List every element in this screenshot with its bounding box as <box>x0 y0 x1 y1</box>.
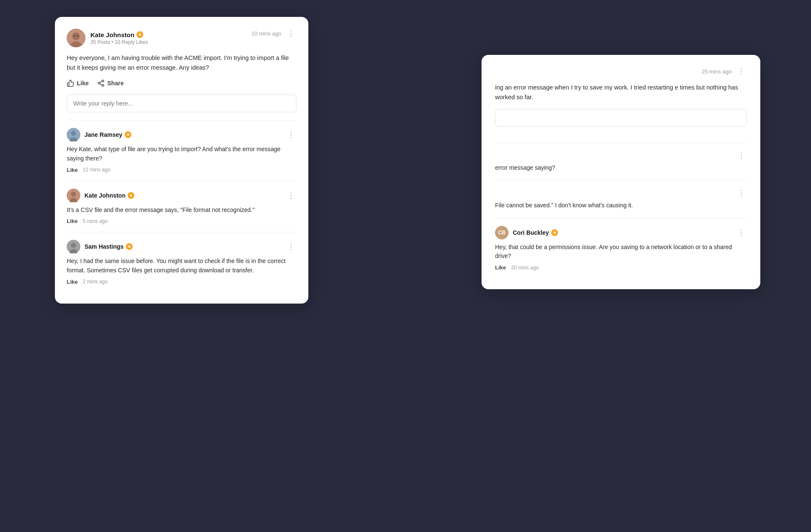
cori-user: CB Cori Buckley ★ <box>495 226 558 239</box>
kate2-name: Kate Johnston ★ <box>84 192 134 199</box>
kate-badge: ★ <box>136 31 143 38</box>
main-post-timestamp: 10 mins ago <box>251 30 281 37</box>
back-reply-1-menu-icon[interactable]: ⋮ <box>736 151 747 160</box>
cori-reply-menu-icon[interactable]: ⋮ <box>736 228 747 237</box>
sam-badge: ★ <box>126 243 133 250</box>
svg-point-4 <box>77 35 79 37</box>
main-post-content: Hey everyone, I am having trouble with t… <box>67 53 297 73</box>
reply-item-sam: Sam Hastings ★ ⋮ Hey, I had the same iss… <box>67 240 297 285</box>
kate2-reply-header: Kate Johnston ★ ⋮ <box>67 189 297 202</box>
divider-2 <box>67 181 297 181</box>
back-post-meta: 25 mins ago ⋮ <box>495 67 747 76</box>
back-reply-item-1: ⋮ error message saying? <box>495 151 747 173</box>
cori-reply-content: Hey, that could be a permissions issue. … <box>495 243 747 261</box>
kate2-user: Kate Johnston ★ <box>67 189 134 202</box>
back-card: 25 mins ago ⋮ ing an error message when … <box>482 55 760 289</box>
cori-timestamp: 20 mins ago <box>511 265 539 271</box>
reply-item-jane: Jane Ramsey ★ ⋮ Hey Kate, what type of f… <box>67 128 297 173</box>
svg-point-5 <box>102 80 104 82</box>
kate-name: Kate Johnston ★ <box>90 31 148 38</box>
sam-like-btn[interactable]: Like <box>67 279 78 285</box>
divider-1 <box>67 120 297 120</box>
jane-reply-header: Jane Ramsey ★ ⋮ <box>67 128 297 141</box>
reply-item-kate2: Kate Johnston ★ ⋮ It's a CSV file and th… <box>67 189 297 225</box>
svg-point-14 <box>71 192 76 197</box>
svg-point-7 <box>102 84 104 87</box>
back-divider-3 <box>495 218 747 218</box>
jane-avatar <box>67 128 80 141</box>
svg-point-1 <box>72 33 80 40</box>
cori-badge: ★ <box>551 229 558 236</box>
back-reply-input[interactable] <box>495 109 747 127</box>
back-reply-2-menu-icon[interactable]: ⋮ <box>736 188 747 198</box>
svg-line-9 <box>100 81 102 83</box>
share-icon <box>97 79 105 87</box>
kate2-avatar <box>67 189 80 202</box>
back-reply-1-content: error message saying? <box>495 163 747 173</box>
jane-reply-actions: Like 12 mins ago <box>67 167 297 173</box>
cori-name: Cori Buckley ★ <box>513 229 558 236</box>
kate2-reply-content: It's a CSV file and the error message sa… <box>67 206 297 215</box>
sam-name: Sam Hastings ★ <box>84 243 133 250</box>
sam-reply-content: Hey, I had the same issue before. You mi… <box>67 257 297 275</box>
svg-line-8 <box>100 84 102 85</box>
jane-reply-content: Hey Kate, what type of file are you tryi… <box>67 145 297 163</box>
back-timestamp: 25 mins ago <box>702 68 732 75</box>
jane-name: Jane Ramsey ★ <box>84 131 131 138</box>
svg-point-17 <box>71 243 76 248</box>
jane-badge: ★ <box>125 131 131 138</box>
kate-avatar <box>67 29 85 47</box>
kate2-reply-menu-icon[interactable]: ⋮ <box>286 191 297 200</box>
cori-like-btn[interactable]: Like <box>495 264 506 271</box>
main-post-actions: Like Share <box>67 79 297 87</box>
divider-3 <box>67 232 297 232</box>
back-post-menu-icon[interactable]: ⋮ <box>736 67 747 76</box>
cori-reply-actions: Like 20 mins ago <box>495 264 747 271</box>
svg-point-3 <box>74 35 75 37</box>
back-reply-2-content: File cannot be saved." I don't know what… <box>495 201 747 210</box>
jane-like-btn[interactable]: Like <box>67 167 78 173</box>
back-divider-2 <box>495 180 747 181</box>
jane-reply-menu-icon[interactable]: ⋮ <box>286 130 297 139</box>
main-post-menu-icon[interactable]: ⋮ <box>286 29 297 38</box>
sam-user: Sam Hastings ★ <box>67 240 133 253</box>
back-reply-2-header: ⋮ <box>495 188 747 198</box>
thumb-up-icon <box>67 79 74 87</box>
jane-user: Jane Ramsey ★ <box>67 128 131 141</box>
kate2-reply-actions: Like 5 mins ago <box>67 218 297 224</box>
reply-input[interactable] <box>67 95 297 112</box>
back-reply-1-header: ⋮ <box>495 151 747 160</box>
kate2-like-btn[interactable]: Like <box>67 218 78 224</box>
sam-reply-menu-icon[interactable]: ⋮ <box>286 242 297 251</box>
kate-stats: 35 Posts • 10 Reply Likes <box>90 39 148 45</box>
sam-reply-actions: Like 2 mins ago <box>67 279 297 285</box>
cori-reply-header: CB Cori Buckley ★ ⋮ <box>495 226 747 239</box>
sam-avatar <box>67 240 80 253</box>
front-card: Kate Johnston ★ 35 Posts • 10 Reply Like… <box>55 17 308 304</box>
like-button[interactable]: Like <box>67 79 89 87</box>
sam-timestamp: 2 mins ago <box>83 279 108 285</box>
jane-timestamp: 12 mins ago <box>83 167 110 173</box>
share-button[interactable]: Share <box>97 79 124 87</box>
kate-meta: Kate Johnston ★ 35 Posts • 10 Reply Like… <box>90 31 148 45</box>
sam-reply-header: Sam Hastings ★ ⋮ <box>67 240 297 253</box>
svg-point-11 <box>71 131 76 136</box>
svg-point-6 <box>98 82 100 84</box>
main-post-meta-right: 10 mins ago ⋮ <box>251 29 297 38</box>
kate-user-info: Kate Johnston ★ 35 Posts • 10 Reply Like… <box>67 29 148 47</box>
back-reply-item-2: ⋮ File cannot be saved." I don't know wh… <box>495 188 747 210</box>
cori-reply-item: CB Cori Buckley ★ ⋮ Hey, that could be a… <box>495 226 747 271</box>
cori-avatar: CB <box>495 226 509 239</box>
back-post-content: ing an error message when I try to save … <box>495 83 747 102</box>
back-divider-1 <box>495 143 747 143</box>
kate2-timestamp: 5 mins ago <box>83 218 108 224</box>
kate2-badge: ★ <box>128 192 134 199</box>
main-post-header: Kate Johnston ★ 35 Posts • 10 Reply Like… <box>67 29 297 47</box>
